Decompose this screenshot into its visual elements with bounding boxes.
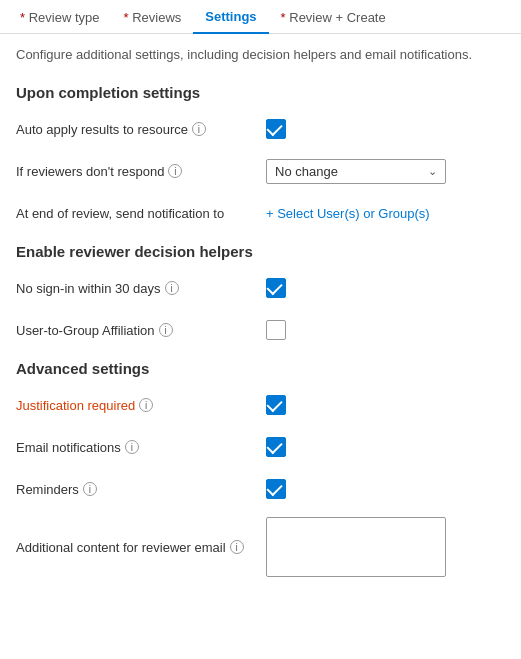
tab-reviews[interactable]: Reviews xyxy=(111,2,193,33)
control-justification xyxy=(266,395,505,415)
row-user-group: User-to-Group Affiliation i xyxy=(16,316,505,344)
chevron-down-icon: ⌄ xyxy=(428,165,437,178)
section-heading-helpers: Enable reviewer decision helpers xyxy=(16,243,505,260)
dropdown-no-change[interactable]: No change ⌄ xyxy=(266,159,446,184)
info-icon-reviewers-respond[interactable]: i xyxy=(168,164,182,178)
info-icon-user-group[interactable]: i xyxy=(159,323,173,337)
label-auto-apply: Auto apply results to resource i xyxy=(16,122,266,137)
info-icon-reminders[interactable]: i xyxy=(83,482,97,496)
control-user-group xyxy=(266,320,505,340)
tab-review-create[interactable]: Review + Create xyxy=(269,2,398,33)
select-users-link[interactable]: + Select User(s) or Group(s) xyxy=(266,206,430,221)
info-icon-auto-apply[interactable]: i xyxy=(192,122,206,136)
checkbox-user-group[interactable] xyxy=(266,320,286,340)
row-end-notification: At end of review, send notification to +… xyxy=(16,199,505,227)
tab-review-type[interactable]: Review type xyxy=(8,2,111,33)
control-email-notifications xyxy=(266,437,505,457)
tab-bar: Review type Reviews Settings Review + Cr… xyxy=(0,0,521,34)
reviewer-email-textarea[interactable] xyxy=(266,517,446,577)
control-no-signin xyxy=(266,278,505,298)
label-justification: Justification required i xyxy=(16,398,266,413)
label-no-signin: No sign-in within 30 days i xyxy=(16,281,266,296)
label-end-notification: At end of review, send notification to xyxy=(16,206,266,221)
info-icon-email-notifications[interactable]: i xyxy=(125,440,139,454)
row-reviewers-respond: If reviewers don't respond i No change ⌄ xyxy=(16,157,505,185)
checkbox-reminders[interactable] xyxy=(266,479,286,499)
control-reviewers-respond: No change ⌄ xyxy=(266,159,505,184)
checkbox-no-signin[interactable] xyxy=(266,278,286,298)
row-reminders: Reminders i xyxy=(16,475,505,503)
row-email-notifications: Email notifications i xyxy=(16,433,505,461)
checkbox-auto-apply[interactable] xyxy=(266,119,286,139)
label-email-notifications: Email notifications i xyxy=(16,440,266,455)
label-user-group: User-to-Group Affiliation i xyxy=(16,323,266,338)
control-additional-content xyxy=(266,517,505,577)
control-reminders xyxy=(266,479,505,499)
control-end-notification: + Select User(s) or Group(s) xyxy=(266,206,505,221)
tab-settings[interactable]: Settings xyxy=(193,1,268,34)
row-additional-content: Additional content for reviewer email i xyxy=(16,517,505,577)
main-content: Configure additional settings, including… xyxy=(0,34,521,603)
label-reminders: Reminders i xyxy=(16,482,266,497)
page-description: Configure additional settings, including… xyxy=(16,46,505,64)
row-justification: Justification required i xyxy=(16,391,505,419)
dropdown-value: No change xyxy=(275,164,338,179)
row-auto-apply: Auto apply results to resource i xyxy=(16,115,505,143)
label-additional-content: Additional content for reviewer email i xyxy=(16,540,266,555)
info-icon-additional-content[interactable]: i xyxy=(230,540,244,554)
info-icon-no-signin[interactable]: i xyxy=(165,281,179,295)
section-heading-completion: Upon completion settings xyxy=(16,84,505,101)
checkbox-email-notifications[interactable] xyxy=(266,437,286,457)
control-auto-apply xyxy=(266,119,505,139)
section-heading-advanced: Advanced settings xyxy=(16,360,505,377)
checkbox-justification[interactable] xyxy=(266,395,286,415)
row-no-signin: No sign-in within 30 days i xyxy=(16,274,505,302)
label-reviewers-respond: If reviewers don't respond i xyxy=(16,164,266,179)
info-icon-justification[interactable]: i xyxy=(139,398,153,412)
